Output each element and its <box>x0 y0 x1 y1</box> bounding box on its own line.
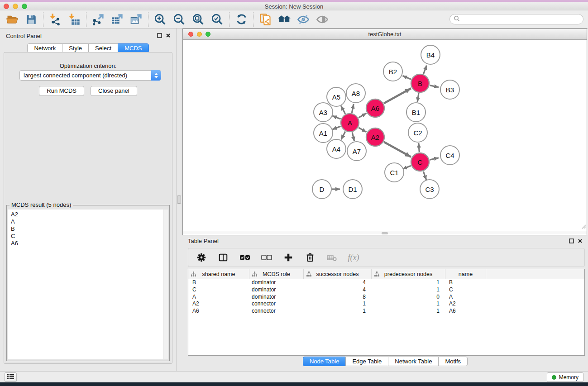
node-A[interactable]: A <box>341 114 359 132</box>
run-mcds-button[interactable]: Run MCDS <box>39 86 84 96</box>
edge-C-C1[interactable] <box>402 166 411 169</box>
memory-button[interactable]: Memory <box>547 372 583 382</box>
node-A7[interactable]: A7 <box>347 142 366 161</box>
show-hide-eye-icon[interactable] <box>313 12 332 27</box>
edge-A6-B[interactable] <box>384 88 411 103</box>
edge-A-A4[interactable] <box>341 132 345 140</box>
column-header-predecessor-nodes[interactable]: predecessor nodes <box>372 269 445 279</box>
edge-A-A8[interactable] <box>352 104 354 113</box>
column-header-mcds-role[interactable]: MCDS role <box>249 269 304 279</box>
column-layout-icon[interactable] <box>217 252 229 263</box>
edge-A-A5[interactable] <box>341 106 345 114</box>
node-B4[interactable]: B4 <box>421 45 440 64</box>
table-row[interactable]: Adominator80A <box>188 294 584 301</box>
table-row[interactable]: Cdominator41C <box>188 286 584 294</box>
node-A8[interactable]: A8 <box>346 84 365 103</box>
tab-mcds[interactable]: MCDS <box>118 43 148 53</box>
add-column-icon[interactable] <box>282 252 294 263</box>
node-D1[interactable]: D1 <box>343 180 362 199</box>
column-header-shared-name[interactable]: shared name <box>188 269 249 279</box>
node-C[interactable]: C <box>411 153 429 171</box>
toggle-graphics-details-icon[interactable] <box>294 12 313 27</box>
tab-node-table[interactable]: Node Table <box>303 357 346 366</box>
edge-C-C4[interactable] <box>430 158 439 160</box>
node-C2[interactable]: C2 <box>408 123 427 142</box>
mcds-list-scrollbar[interactable] <box>163 210 168 359</box>
export-network-icon[interactable] <box>89 12 108 27</box>
import-network-icon[interactable] <box>46 12 65 27</box>
import-table-icon[interactable] <box>65 12 84 27</box>
clone-network-icon[interactable] <box>256 12 275 27</box>
edge-C-C3[interactable] <box>423 172 426 180</box>
table-row[interactable]: A6connector11A6 <box>188 308 584 315</box>
node-C4[interactable]: C4 <box>440 146 459 165</box>
edge-C-C2[interactable] <box>419 143 420 152</box>
node-A1[interactable]: A1 <box>314 124 333 143</box>
node-A2[interactable]: A2 <box>366 128 384 146</box>
resize-grip-icon[interactable] <box>581 224 586 230</box>
refresh-view-icon[interactable] <box>232 12 251 27</box>
node-A4[interactable]: A4 <box>327 139 346 158</box>
edge-A-A7[interactable] <box>352 132 354 141</box>
table-row[interactable]: Bdominator41B <box>188 279 584 286</box>
mcds-result-item[interactable]: A <box>11 218 163 225</box>
zoom-out-icon[interactable] <box>170 12 189 27</box>
edge-A-A1[interactable] <box>332 126 341 129</box>
node-C1[interactable]: C1 <box>385 163 404 182</box>
network-hscrollbar[interactable] <box>183 231 587 235</box>
criterion-select[interactable]: largest connected component (directed) <box>19 70 161 81</box>
task-history-button[interactable] <box>5 372 17 382</box>
edge-B-B2[interactable] <box>402 76 411 79</box>
settings-gear-icon[interactable] <box>196 252 207 263</box>
node-table[interactable]: shared nameMCDS rolesuccessor nodesprede… <box>188 269 585 356</box>
edge-A-A3[interactable] <box>332 116 341 119</box>
delete-table-icon[interactable] <box>326 252 338 263</box>
edge-A2-C[interactable] <box>384 142 411 157</box>
mcds-result-item[interactable]: B <box>11 225 163 233</box>
node-B2[interactable]: B2 <box>383 62 402 81</box>
home-layout-icon[interactable] <box>275 12 294 27</box>
deselect-checkboxes-icon[interactable] <box>261 252 272 263</box>
node-D[interactable]: D <box>312 180 331 199</box>
network-hscroll-thumb[interactable] <box>382 232 388 234</box>
close-panel-icon[interactable] <box>166 33 171 39</box>
edge-A-A6[interactable] <box>359 113 366 118</box>
tab-network-table[interactable]: Network Table <box>388 357 439 366</box>
table-row[interactable]: A2connector11A2 <box>188 300 584 308</box>
column-header-successor-nodes[interactable]: successor nodes <box>304 269 372 279</box>
node-C3[interactable]: C3 <box>420 180 439 199</box>
edge-B-B4[interactable] <box>424 66 427 74</box>
tab-select[interactable]: Select <box>88 43 118 53</box>
float-table-panel-icon[interactable] <box>569 238 574 245</box>
zoom-in-icon[interactable] <box>151 12 170 27</box>
node-A3[interactable]: A3 <box>314 103 333 122</box>
tab-network[interactable]: Network <box>27 43 62 53</box>
function-builder-icon[interactable]: f(x) <box>348 252 359 263</box>
export-image-icon[interactable] <box>127 12 146 27</box>
tab-motifs[interactable]: Motifs <box>438 357 468 366</box>
edge-A-A2[interactable] <box>359 128 366 132</box>
zoom-fit-icon[interactable] <box>189 12 208 27</box>
mcds-result-item[interactable]: A6 <box>11 240 163 247</box>
node-B[interactable]: B <box>411 74 429 92</box>
node-B1[interactable]: B1 <box>406 103 425 122</box>
zoom-selected-icon[interactable] <box>208 12 227 27</box>
close-table-panel-icon[interactable] <box>578 238 583 245</box>
save-session-icon[interactable] <box>22 12 41 27</box>
network-canvas[interactable]: A5A8A3AA1A4A7A6A2B2B4BB3B1C2C4CC1C3DD1 <box>183 40 587 231</box>
delete-column-icon[interactable] <box>304 252 316 263</box>
mcds-result-item[interactable]: C <box>11 233 163 240</box>
edge-B-B1[interactable] <box>417 93 419 102</box>
column-header-name[interactable]: name <box>445 269 486 279</box>
mcds-result-item[interactable]: A2 <box>11 211 163 218</box>
tab-edge-table[interactable]: Edge Table <box>345 357 388 366</box>
edge-B-B3[interactable] <box>430 86 439 87</box>
open-session-icon[interactable] <box>3 12 22 27</box>
tab-style[interactable]: Style <box>62 43 89 53</box>
network-window-titlebar[interactable]: testGlobe.txt <box>183 29 587 40</box>
close-panel-button[interactable]: Close panel <box>91 86 137 96</box>
node-A6[interactable]: A6 <box>366 99 384 117</box>
search-input[interactable] <box>449 14 583 24</box>
mcds-result-list[interactable]: A2ABCA6 <box>8 210 168 359</box>
select-all-checkboxes-icon[interactable] <box>239 252 251 263</box>
